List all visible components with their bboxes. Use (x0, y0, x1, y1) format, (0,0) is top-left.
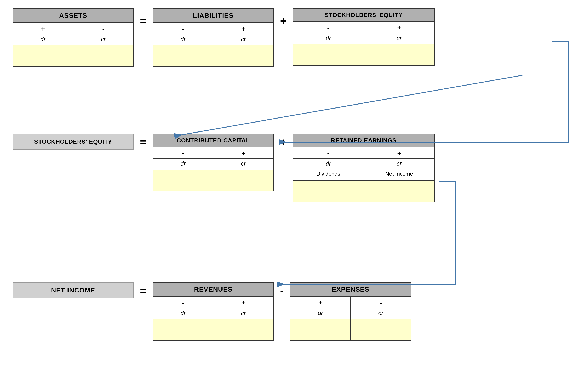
re-tbox: RETAINED EARNINGS - + dr cr Dividends Ne… (293, 134, 435, 202)
re-header: RETAINED EARNINGS (293, 134, 434, 147)
cc-content-left (153, 170, 213, 191)
rev-plus: + (213, 297, 273, 308)
cc-drcr: dr cr (153, 159, 273, 170)
se-label: STOCKHOLDERS' EQUITY (34, 138, 112, 145)
rev-tbox: REVENUES - + dr cr (152, 282, 274, 340)
re-content (293, 181, 434, 202)
assets-cr: cr (73, 34, 133, 45)
se-dr-1: dr (293, 33, 364, 44)
arrow-se-to-cc (182, 75, 522, 135)
row2-op2: + (280, 136, 286, 148)
assets-drcr: dr cr (13, 34, 133, 45)
re-content-left (293, 181, 364, 202)
exp-content-left (291, 319, 351, 340)
se-content-left-1 (293, 44, 364, 65)
rev-signs: - + (153, 297, 273, 308)
liabilities-content-left (153, 45, 213, 66)
re-extra-row: Dividends Net Income (293, 170, 434, 181)
se-tbox-1: STOCKHOLDERS' EQUITY - + dr cr (293, 8, 435, 66)
liabilities-minus: - (153, 23, 213, 34)
cc-content-right (213, 170, 273, 191)
liabilities-drcr: dr cr (153, 34, 273, 45)
row2-op1: = (140, 136, 146, 148)
rev-content (153, 319, 273, 340)
exp-tbox: EXPENSES + - dr cr (290, 282, 411, 340)
re-signs: - + (293, 147, 434, 159)
row1: ASSETS + - dr cr = LIABILITIES - + d (13, 8, 435, 67)
re-net-income: Net Income (364, 170, 434, 180)
se-header-1: STOCKHOLDERS' EQUITY (293, 9, 434, 22)
page-container: ASSETS + - dr cr = LIABILITIES - + d (0, 0, 588, 383)
assets-plus: + (13, 23, 73, 34)
liabilities-cr: cr (213, 34, 273, 45)
liabilities-dr: dr (153, 34, 213, 45)
cc-tbox: CONTRIBUTED CAPITAL - + dr cr (152, 134, 274, 191)
rev-drcr: dr cr (153, 308, 273, 319)
re-drcr: dr cr (293, 159, 434, 170)
cc-dr: dr (153, 159, 213, 170)
re-dr: dr (293, 159, 364, 170)
row3: NET INCOME = REVENUES - + dr cr - EXPENS… (13, 282, 411, 340)
se-drcr-1: dr cr (293, 33, 434, 44)
exp-minus: - (351, 297, 411, 308)
liabilities-signs: - + (153, 23, 273, 34)
liabilities-content (153, 45, 273, 66)
rev-cr: cr (213, 308, 273, 319)
exp-content (291, 319, 411, 340)
liabilities-content-right (213, 45, 273, 66)
row1-op1: = (140, 15, 146, 27)
exp-content-right (351, 319, 411, 340)
rev-minus: - (153, 297, 213, 308)
row3-op1: = (140, 284, 146, 297)
rev-dr: dr (153, 308, 213, 319)
re-dividends: Dividends (293, 170, 364, 180)
rev-content-right (213, 319, 273, 340)
rev-header: REVENUES (153, 283, 273, 297)
liabilities-header: LIABILITIES (153, 9, 273, 23)
assets-content (13, 45, 133, 66)
se-minus-1: - (293, 22, 364, 33)
exp-cr: cr (351, 308, 411, 319)
cc-plus: + (213, 147, 273, 158)
exp-dr: dr (291, 308, 351, 319)
assets-header: ASSETS (13, 9, 133, 23)
assets-signs: + - (13, 23, 133, 34)
row3-op2: - (280, 284, 284, 297)
re-cr: cr (364, 159, 434, 170)
assets-minus: - (73, 23, 133, 34)
ni-label: NET INCOME (51, 286, 95, 294)
se-signs-1: - + (293, 22, 434, 33)
se-plus-1: + (364, 22, 434, 33)
liabilities-plus: + (213, 23, 273, 34)
se-content-1 (293, 44, 434, 65)
row2: STOCKHOLDERS' EQUITY = CONTRIBUTED CAPIT… (13, 134, 435, 202)
exp-signs: + - (291, 297, 411, 308)
re-plus: + (364, 147, 434, 158)
assets-dr: dr (13, 34, 73, 45)
cc-minus: - (153, 147, 213, 158)
cc-signs: - + (153, 147, 273, 159)
rev-content-left (153, 319, 213, 340)
se-label-box: STOCKHOLDERS' EQUITY (13, 134, 134, 150)
re-content-right (364, 181, 434, 202)
exp-drcr: dr cr (291, 308, 411, 319)
cc-cr: cr (213, 159, 273, 170)
assets-tbox: ASSETS + - dr cr (13, 8, 134, 67)
re-minus: - (293, 147, 364, 158)
exp-plus: + (291, 297, 351, 308)
cc-content (153, 170, 273, 191)
row1-op2: + (280, 15, 286, 27)
assets-content-right (73, 45, 133, 66)
cc-header: CONTRIBUTED CAPITAL (153, 134, 273, 147)
se-content-right-1 (364, 44, 434, 65)
exp-header: EXPENSES (291, 283, 411, 297)
liabilities-tbox: LIABILITIES - + dr cr (152, 8, 274, 67)
ni-label-box: NET INCOME (13, 282, 134, 298)
assets-content-left (13, 45, 73, 66)
se-cr-1: cr (364, 33, 434, 44)
